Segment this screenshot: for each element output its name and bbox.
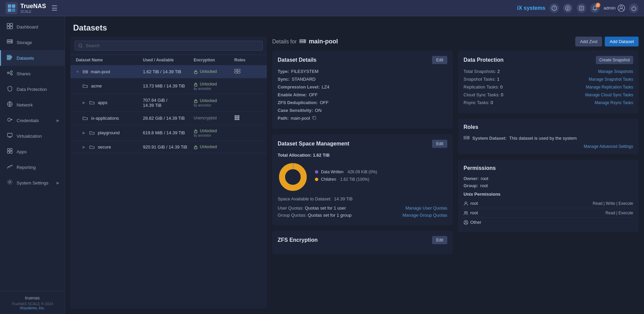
dataset-row-secure[interactable]: ▶ secure 920.91 GiB / 14.39 TiB Unlocked (70, 141, 267, 153)
dataset-used-main-pool: 1.62 TiB / 14.39 TiB (143, 69, 194, 74)
svg-point-61 (304, 42, 305, 42)
folder-icon-acme (83, 84, 88, 88)
type-value: FILESYSTEM (291, 69, 319, 74)
svg-point-19 (11, 40, 12, 41)
system-dataset-desc: This dataset is used by the system (509, 136, 577, 141)
svg-text:?: ? (553, 6, 555, 10)
dataset-details-edit-button[interactable]: Edit (432, 56, 447, 64)
search-input-wrap (74, 41, 263, 51)
dataset-row-acme[interactable]: acme 13.73 MiB / 14.39 TiB Unlocked by a… (70, 78, 267, 94)
encrypt-acme: Unlocked by ancestor (194, 82, 234, 91)
sidebar-item-virtualization[interactable]: Virtualization (0, 128, 65, 144)
add-dataset-button[interactable]: Add Dataset (605, 37, 639, 46)
svg-rect-56 (194, 131, 197, 133)
sync-row: Sync: STANDARD (278, 77, 447, 82)
dataset-roles-main-pool (234, 69, 261, 75)
hamburger-menu[interactable]: ☰ (51, 4, 58, 12)
sidebar-nav: Dashboard Storage Datasets Shares (0, 16, 65, 193)
details-panel: Details for main-pool Add Zvol Add Datas… (272, 37, 639, 309)
notifications-icon[interactable]: 3 (590, 3, 600, 13)
expand-playground-icon[interactable]: ▶ (83, 131, 87, 135)
dataset-used-apps: 707.64 GiB /14.39 TiB (143, 98, 194, 108)
dataset-details-card: Dataset Details Edit Type: FILESYSTEM Sy… (272, 51, 453, 129)
create-snapshot-button[interactable]: Create Snapshot (596, 56, 633, 64)
search-input[interactable] (86, 43, 259, 48)
sidebar-item-system-settings[interactable]: System Settings ▶ (0, 175, 65, 191)
manage-snapshot-tasks-link[interactable]: Manage Snapshot Tasks (589, 77, 633, 82)
dedup-row: ZFS Deduplication: OFF (278, 100, 447, 105)
zfs-encryption-title: ZFS Encryption (278, 237, 318, 243)
manage-replication-tasks-link[interactable]: Manage Replication Tasks (586, 85, 633, 90)
manage-snapshots-link[interactable]: Manage Snapshots (598, 69, 633, 74)
svg-point-25 (7, 72, 9, 74)
space-management-edit-button[interactable]: Edit (432, 140, 447, 148)
space-avail-label: Space Available to Dataset: (278, 196, 331, 201)
replication-tasks-value: 0 (500, 84, 502, 90)
expand-secure-icon[interactable]: ▶ (83, 145, 87, 149)
group-perm-icon (464, 211, 468, 215)
sidebar-item-credentials[interactable]: Credentials ▶ (0, 113, 65, 128)
children-legend: Children 1.62 TiB (100%) (315, 177, 377, 182)
release-notes-icon[interactable] (563, 3, 573, 13)
dataset-name-secure: ▶ secure (83, 144, 143, 150)
credentials-icon (6, 117, 13, 124)
perm-username-root: root (470, 201, 478, 206)
col-encryption: Encryption (194, 58, 234, 62)
svg-rect-1 (12, 4, 15, 8)
manage-cloud-sync-link[interactable]: Manage Cloud Sync Tasks (585, 93, 633, 97)
version: TrueNAS SCALE ® 2024 (5, 302, 59, 306)
zfs-encryption-edit-button[interactable]: Edit (432, 236, 447, 244)
roles-card-title: Roles (464, 124, 478, 130)
svg-rect-44 (238, 72, 240, 73)
sidebar-item-dashboard[interactable]: Dashboard (0, 19, 65, 35)
type-row: Type: FILESYSTEM (278, 69, 447, 74)
group-row: Group: root (464, 183, 633, 188)
dataset-row-apps[interactable]: ▶ apps 707.64 GiB /14.39 TiB Unlocked by… (70, 94, 267, 112)
svg-rect-3 (12, 8, 15, 12)
changelog-icon[interactable] (577, 3, 586, 13)
compression-value: LZ4 (322, 84, 329, 90)
pool-header-icon (299, 39, 306, 44)
expand-main-pool-icon[interactable]: ▼ (76, 70, 81, 74)
sidebar-item-reporting[interactable]: Reporting (0, 159, 65, 175)
power-icon[interactable] (629, 3, 639, 13)
snapshot-tasks-label: Snapshot Tasks: (464, 77, 496, 82)
dataset-list: ▼ main-pool 1.62 TiB / 14.39 TiB Unlocke… (70, 65, 267, 309)
group-value: root (480, 183, 488, 188)
dataset-row-ix-applications[interactable]: ix-applications 28.82 GiB / 14.39 TiB Un… (70, 112, 267, 125)
case-value: ON (315, 108, 322, 113)
sidebar-item-apps[interactable]: Apps (0, 144, 65, 159)
rsync-info: Rsync Tasks: 0 (464, 100, 493, 105)
perm-user-row-root-user: root Read | Write | Execute (464, 199, 633, 208)
manage-advanced-settings-link[interactable]: Manage Advanced Settings (584, 144, 633, 149)
group-quotas-label: Group Quotas: (278, 213, 308, 218)
sidebar-item-network[interactable]: Network (0, 97, 65, 113)
admin-area[interactable]: admin (604, 4, 625, 12)
add-zvol-button[interactable]: Add Zvol (575, 37, 602, 46)
dataset-row-main-pool[interactable]: ▼ main-pool 1.62 TiB / 14.39 TiB Unlocke… (70, 65, 267, 78)
expand-apps-icon[interactable]: ▶ (83, 101, 87, 104)
sidebar-item-shares[interactable]: Shares (0, 66, 65, 81)
notification-badge: 3 (596, 3, 600, 7)
manage-user-quotas-link[interactable]: Manage User Quotas (405, 205, 447, 211)
user-quotas-info: User Quotas: Quotas set for 1 user (278, 205, 346, 211)
dataset-row-playground[interactable]: ▶ playground 619.8 MiB / 14.39 TiB Unloc… (70, 125, 267, 141)
manage-rsync-link[interactable]: Manage Rsync Tasks (595, 100, 633, 105)
logo-text-area: TrueNAS SCALE (20, 3, 46, 14)
group-label: Group: (464, 183, 478, 188)
sidebar-item-data-protection[interactable]: Data Protection (0, 81, 65, 97)
copy-path-icon[interactable] (312, 116, 317, 120)
sidebar-item-storage[interactable]: Storage (0, 35, 65, 50)
sidebar-label-network: Network (17, 102, 33, 107)
table-header: Dataset Name Used / Available Encryption… (70, 55, 267, 65)
dataset-used-acme: 13.73 MiB / 14.39 TiB (143, 83, 194, 89)
svg-rect-54 (236, 119, 238, 120)
manage-group-quotas-link[interactable]: Manage Group Quotas (403, 213, 447, 218)
other-perm-icon (464, 220, 468, 225)
space-donut-area: Data Written 426.09 KiB (0%) Children 1.… (278, 162, 447, 192)
perm-user-perms-root: Read | Write | Execute (593, 201, 633, 206)
user-guide-icon[interactable]: ? (550, 3, 559, 13)
admin-label: admin (604, 5, 616, 11)
sidebar-label-storage: Storage (17, 40, 32, 45)
sidebar-item-datasets[interactable]: Datasets (0, 50, 65, 66)
